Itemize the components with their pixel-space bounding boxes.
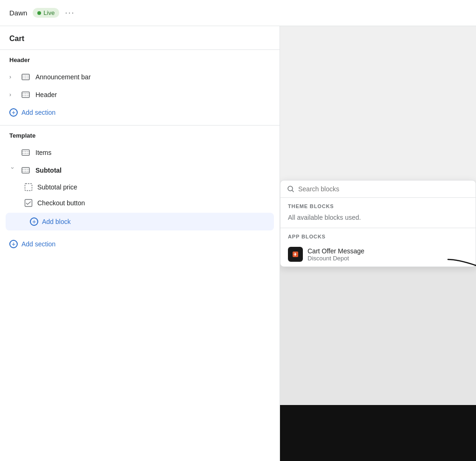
block-icon (24, 199, 33, 207)
cart-title: Cart (9, 35, 24, 42)
block-icon (24, 183, 33, 191)
blocks-popup: THEME BLOCKS All available blocks used. … (280, 180, 476, 267)
add-section-template-icon: + (9, 240, 18, 248)
app-title: Dawn (9, 9, 27, 17)
add-block-icon: + (30, 217, 38, 226)
live-badge: Live (33, 8, 59, 18)
add-section-template-button[interactable]: + Add section (0, 235, 280, 253)
checkout-button-label: Checkout button (37, 199, 85, 207)
sidebar-item-header[interactable]: › Header (0, 86, 280, 104)
header-item-label: Header (35, 91, 57, 98)
chevron-right-icon: › (9, 74, 16, 80)
section-icon (21, 72, 31, 82)
chevron-down-icon: › (9, 167, 16, 174)
app-block-name: Cart Offer Message (308, 247, 364, 255)
app-block-item[interactable]: Cart Offer Message Discount Depot (280, 242, 476, 266)
sidebar-item-subtotal[interactable]: › Subtotal (0, 161, 280, 179)
sidebar-item-announcement-bar[interactable]: › Announcement bar (0, 68, 280, 86)
svg-rect-13 (25, 200, 32, 207)
add-section-template-label: Add section (21, 240, 56, 248)
cart-section-header: Cart (0, 26, 280, 50)
subtotal-price-label: Subtotal price (37, 183, 77, 191)
live-dot (37, 11, 41, 15)
header-group: Header › Announcement bar › (0, 50, 280, 126)
add-block-button[interactable]: + Add block (6, 213, 274, 230)
app-blocks-label: APP BLOCKS (280, 228, 476, 242)
items-label: Items (35, 149, 51, 156)
sidebar-item-checkout-button[interactable]: Checkout button (0, 195, 280, 211)
preview-bottom-bar (280, 405, 476, 461)
chevron-right-icon: › (9, 91, 16, 98)
svg-rect-12 (25, 184, 32, 191)
add-section-header-label: Add section (21, 109, 56, 116)
sidebar: Cart Header › Announcement bar › (0, 26, 280, 461)
preview-area (280, 26, 476, 194)
search-icon (287, 185, 294, 193)
topbar: Dawn Live ··· (0, 0, 476, 26)
header-group-label: Header (0, 56, 280, 68)
right-panel: THEME BLOCKS All available blocks used. … (280, 26, 476, 461)
more-options-button[interactable]: ··· (65, 8, 75, 18)
svg-rect-3 (22, 92, 29, 98)
template-group-label: Template (0, 132, 280, 144)
svg-rect-0 (22, 74, 29, 80)
svg-rect-6 (22, 150, 29, 155)
section-icon (21, 165, 31, 175)
section-icon (21, 90, 31, 100)
subtotal-label: Subtotal (35, 167, 62, 174)
template-group: Template › Items › (0, 126, 280, 257)
sidebar-item-subtotal-price[interactable]: Subtotal price (0, 179, 280, 195)
app-block-info: Cart Offer Message Discount Depot (308, 247, 364, 262)
announcement-bar-label: Announcement bar (35, 73, 91, 81)
add-block-label: Add block (42, 218, 70, 225)
live-label: Live (43, 9, 55, 16)
sidebar-item-items[interactable]: › Items (0, 144, 280, 161)
svg-line-15 (292, 190, 294, 192)
add-section-icon: + (9, 108, 18, 117)
main-layout: Cart Header › Announcement bar › (0, 26, 476, 461)
search-blocks-input[interactable] (298, 185, 469, 193)
search-bar (280, 181, 476, 198)
add-section-header-button[interactable]: + Add section (0, 104, 280, 121)
theme-blocks-label: THEME BLOCKS (280, 198, 476, 212)
section-icon (21, 147, 31, 158)
app-block-icon (288, 247, 303, 262)
svg-rect-9 (22, 168, 29, 173)
app-block-subtitle: Discount Depot (308, 255, 364, 262)
theme-blocks-empty: All available blocks used. (280, 212, 476, 228)
